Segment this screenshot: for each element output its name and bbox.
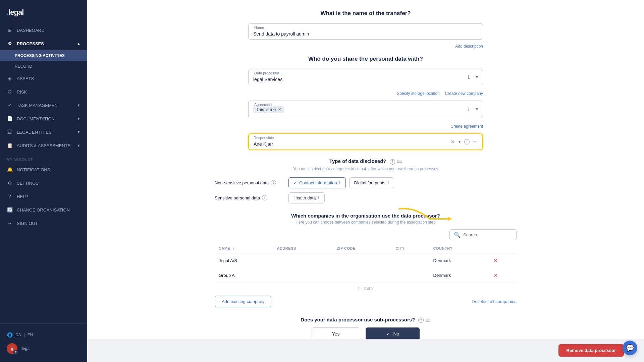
companies-hint: Here you can choose between companies se… [171, 220, 560, 225]
responsible-section: Responsible Ane Kjær ✕ ▼ i ✏ [248, 133, 483, 150]
sidebar-item-record[interactable]: RECORD [0, 61, 87, 72]
add-description-link[interactable]: Add description [455, 44, 483, 49]
avatar[interactable]: g ? [7, 343, 17, 354]
add-existing-company-button[interactable]: Add existing company [215, 296, 271, 307]
deselect-all-companies-link[interactable]: Deselect all companies [472, 299, 517, 304]
responsible-clear-icon[interactable]: ✕ [451, 139, 455, 144]
chat-button[interactable]: 💬 [623, 341, 637, 355]
search-row: 🔍 [215, 229, 517, 240]
sensitive-info-icon[interactable]: i [262, 195, 267, 200]
agreement-info-icon[interactable]: ℹ [468, 107, 470, 112]
data-processor-info-icon[interactable]: ℹ [468, 74, 470, 80]
create-agreement-link[interactable]: Create agreement [450, 124, 483, 129]
tag-label: Digital footprints [354, 180, 385, 185]
remove-company-button[interactable]: ✕ [493, 258, 498, 263]
change-org-icon: 🔄 [7, 207, 13, 213]
sidebar-item-processing-activities[interactable]: PROCESSING ACTIVITIES [0, 50, 87, 61]
avatar-badge: ? [13, 350, 18, 355]
data-type-book-icon[interactable]: 📖 [396, 159, 402, 164]
sidebar-item-audits[interactable]: 📋 AUDITS & ASSESSMENTS ▼ [0, 139, 87, 152]
col-name[interactable]: NAME ↑ [215, 244, 273, 253]
table-row: Group A Denmark ✕ [215, 268, 517, 283]
sidebar-item-label: RISK [17, 89, 27, 95]
settings-icon: ⚙ [7, 180, 13, 186]
create-new-company-link[interactable]: Create new company [445, 91, 483, 96]
sub-processors-help-icon[interactable]: ? [418, 317, 424, 323]
data-type-help-icon[interactable]: ? [390, 159, 395, 165]
specify-storage-link[interactable]: Specify storage location [397, 91, 439, 96]
sidebar-item-label: HELP [17, 194, 28, 199]
transfer-name-label: Name [253, 25, 265, 29]
form-section: What is the name of the transfer? Name A… [144, 0, 587, 362]
company-zip [333, 253, 391, 268]
data-processor-select[interactable]: legal Services [248, 69, 483, 85]
tag-health-data[interactable]: Health data ℹ [288, 192, 325, 203]
companies-table: NAME ↑ ADDRESS ZIP CODE CITY COUNTRY [215, 244, 517, 283]
globe-icon: 🌐 [7, 332, 13, 338]
non-sensitive-info-icon[interactable]: i [271, 180, 276, 185]
app-logo: .legal [0, 0, 87, 23]
sidebar-item-sign-out[interactable]: → SIGN OUT [0, 217, 87, 230]
bottom-bar: Remove data processor [87, 339, 644, 362]
non-sensitive-label: Non-sensitive personal data i [215, 180, 288, 185]
my-account-label: MY ACCOUNT [0, 152, 87, 163]
sidebar-item-assets[interactable]: ◈ ASSETS [0, 72, 87, 85]
content-panel: What is the name of the transfer? Name A… [87, 0, 644, 362]
data-processor-group: Data processor legal Services ℹ ▼ [248, 69, 483, 85]
lang-en[interactable]: EN [28, 333, 33, 337]
sidebar-item-help[interactable]: ? HELP [0, 190, 87, 203]
table-row: Jegal A/S Denmark ✕ [215, 253, 517, 268]
sub-processors-book-icon[interactable]: 📖 [425, 317, 431, 323]
lang-da[interactable]: DA [15, 333, 21, 337]
sidebar-item-dashboard[interactable]: ⊞ DASHBOARD [0, 23, 87, 37]
sidebar-item-processes[interactable]: ⚙ PROCESSES ▲ [0, 37, 87, 50]
tag-label: Health data [293, 195, 316, 200]
remove-data-processor-button[interactable]: Remove data processor [558, 344, 624, 357]
sidebar-item-settings[interactable]: ⚙ SETTINGS [0, 176, 87, 190]
yes-button[interactable]: Yes [312, 327, 360, 340]
responsible-book-icon[interactable]: ✏ [472, 139, 478, 144]
sidebar-item-documentation[interactable]: 📄 DOCUMENTATION ▼ [0, 112, 87, 125]
tag-digital-footprints[interactable]: Digital footprints ℹ [349, 177, 394, 188]
company-country: Denmark [429, 268, 489, 283]
responsible-icons: i ✏ [464, 139, 478, 144]
tag-info-icon[interactable]: ℹ [318, 195, 320, 200]
agreement-tag: This is me ✕ [253, 106, 284, 113]
agreement-chevron-icon: ▼ [475, 107, 479, 112]
sidebar-nav: ⊞ DASHBOARD ⚙ PROCESSES ▲ PROCESSING ACT… [0, 23, 87, 323]
sidebar-item-label: TASK MANAGEMENT [17, 103, 60, 108]
share-question: Who do you share the personal data with? [171, 56, 560, 62]
sidebar-item-label: PROCESSES [17, 41, 44, 46]
responsible-field-wrapper: Responsible Ane Kjær ✕ ▼ i ✏ [248, 133, 483, 150]
responsible-info-icon[interactable]: i [464, 139, 470, 144]
sidebar-item-label: DASHBOARD [17, 28, 44, 33]
sidebar-item-label: NOTIFICATIONS [17, 167, 50, 172]
col-zip: ZIP CODE [333, 244, 391, 253]
tag-contact-information[interactable]: ✓ Contact information ℹ [288, 177, 346, 188]
sidebar-item-label: DOCUMENTATION [17, 116, 55, 121]
companies-question: Which companies in the organisation use … [171, 213, 560, 219]
search-input[interactable] [463, 232, 512, 237]
sensitive-tags: Health data ℹ [288, 192, 325, 203]
data-type-section: Type of data disclosed? ? 📖 You must sel… [171, 158, 560, 203]
tag-info-icon[interactable]: ℹ [339, 180, 341, 185]
sidebar-item-change-organisation[interactable]: 🔄 CHANGE ORGANISATION [0, 203, 87, 217]
no-button[interactable]: ✓ No [366, 327, 420, 340]
sidebar-item-risk[interactable]: 🛡 RISK [0, 85, 87, 99]
chevron-down-icon: ▼ [77, 143, 80, 147]
main-content: What is the name of the transfer? Name A… [87, 0, 644, 362]
responsible-dropdown-icon[interactable]: ▼ [458, 139, 462, 144]
sidebar-item-legal-entities[interactable]: 🏛 LEGAL ENTITIES ▼ [0, 125, 87, 139]
chevron-down-icon: ▼ [77, 117, 80, 121]
col-actions [489, 244, 517, 253]
sidebar-subitem-label: PROCESSING ACTIVITIES [15, 53, 65, 58]
tag-info-icon[interactable]: ℹ [387, 180, 389, 185]
sidebar-item-task-management[interactable]: ✓ TASK MANAGEMENT ▼ [0, 99, 87, 112]
remove-company-button[interactable]: ✕ [493, 273, 498, 278]
sidebar-item-notifications[interactable]: 🔔 NOTIFICATIONS [0, 163, 87, 176]
transfer-name-input[interactable] [248, 23, 483, 40]
agreement-remove-icon[interactable]: ✕ [278, 107, 281, 112]
sidebar: .legal ⊞ DASHBOARD ⚙ PROCESSES ▲ PROCESS… [0, 0, 87, 362]
sign-out-icon: → [7, 220, 13, 226]
help-icon: ? [7, 193, 13, 199]
